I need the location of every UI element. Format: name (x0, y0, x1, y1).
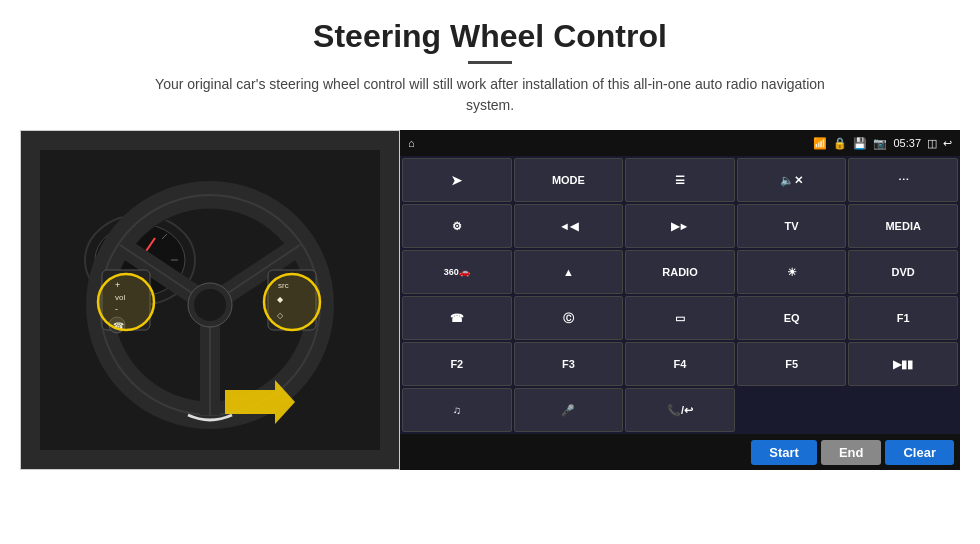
screen-icon: ◫ (927, 137, 937, 150)
btn-list[interactable]: ☰ (625, 158, 735, 202)
main-content: + vol - ☎ src ◆ ◇ (20, 130, 960, 470)
btn-brightness[interactable]: ☀ (737, 250, 847, 294)
svg-point-31 (264, 274, 320, 330)
btn-mode[interactable]: MODE (514, 158, 624, 202)
btn-next[interactable]: ▶► (625, 204, 735, 248)
wifi-icon: 📶 (813, 137, 827, 150)
btn-settings[interactable]: ⚙ (402, 204, 512, 248)
page-title: Steering Wheel Control (313, 18, 667, 55)
btn-music[interactable]: ♫ (402, 388, 512, 432)
bt-icon: 📷 (873, 137, 887, 150)
end-button[interactable]: End (821, 440, 882, 465)
page: Steering Wheel Control Your original car… (0, 0, 980, 544)
steering-wheel-image: + vol - ☎ src ◆ ◇ (20, 130, 400, 470)
btn-screen[interactable]: ▭ (625, 296, 735, 340)
btn-empty1 (737, 388, 847, 432)
btn-media[interactable]: MEDIA (848, 204, 958, 248)
status-left: ⌂ (408, 137, 415, 149)
svg-point-19 (194, 289, 226, 321)
sd-icon: 💾 (853, 137, 867, 150)
btn-f1[interactable]: F1 (848, 296, 958, 340)
svg-point-30 (98, 274, 154, 330)
btn-playpause[interactable]: ▶▮▮ (848, 342, 958, 386)
status-bar: ⌂ 📶 🔒 💾 📷 05:37 ◫ ↩ (400, 130, 960, 156)
title-divider (468, 61, 512, 64)
btn-tv[interactable]: TV (737, 204, 847, 248)
btn-f2[interactable]: F2 (402, 342, 512, 386)
btn-mic[interactable]: 🎤 (514, 388, 624, 432)
subtitle-text: Your original car's steering wheel contr… (140, 74, 840, 116)
btn-empty2 (848, 388, 958, 432)
btn-eq[interactable]: EQ (737, 296, 847, 340)
steering-wheel-svg: + vol - ☎ src ◆ ◇ (40, 150, 380, 450)
btn-nav[interactable]: ➤ (402, 158, 512, 202)
status-right: 📶 🔒 💾 📷 05:37 ◫ ↩ (813, 137, 952, 150)
time-display: 05:37 (893, 137, 921, 149)
btn-swipe[interactable]: Ⓒ (514, 296, 624, 340)
btn-phone[interactable]: ☎ (402, 296, 512, 340)
btn-360[interactable]: 360🚗 (402, 250, 512, 294)
bottom-bar: Start End Clear (400, 434, 960, 470)
btn-eject[interactable]: ▲ (514, 250, 624, 294)
btn-call[interactable]: 📞/↩ (625, 388, 735, 432)
control-panel: ⌂ 📶 🔒 💾 📷 05:37 ◫ ↩ ➤ MODE ☰ 🔈✕ (400, 130, 960, 470)
btn-f3[interactable]: F3 (514, 342, 624, 386)
home-icon[interactable]: ⌂ (408, 137, 415, 149)
back-icon[interactable]: ↩ (943, 137, 952, 150)
btn-radio[interactable]: RADIO (625, 250, 735, 294)
btn-f5[interactable]: F5 (737, 342, 847, 386)
btn-apps[interactable]: ⋯ (848, 158, 958, 202)
btn-mute[interactable]: 🔈✕ (737, 158, 847, 202)
clear-button[interactable]: Clear (885, 440, 954, 465)
button-grid: ➤ MODE ☰ 🔈✕ ⋯ ⚙ ◄◀ ▶► TV MEDIA 360🚗 ▲ RA… (400, 156, 960, 434)
lock-icon: 🔒 (833, 137, 847, 150)
start-button[interactable]: Start (751, 440, 817, 465)
btn-prev[interactable]: ◄◀ (514, 204, 624, 248)
btn-dvd[interactable]: DVD (848, 250, 958, 294)
btn-f4[interactable]: F4 (625, 342, 735, 386)
